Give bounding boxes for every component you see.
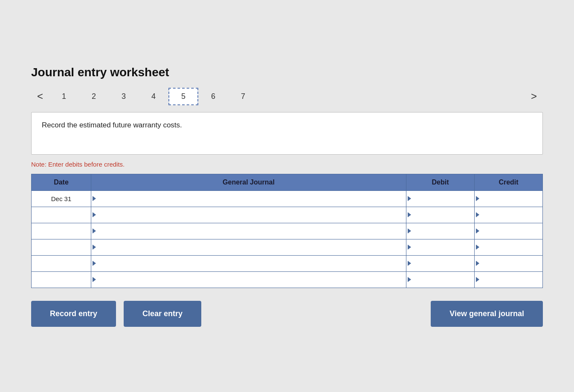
nav-item-1[interactable]: 1: [49, 88, 79, 105]
cell-indicator-journal-4: [93, 261, 96, 266]
nav-bar: < 1 2 3 4 5 6 7 >: [31, 88, 543, 105]
nav-item-7[interactable]: 7: [228, 88, 258, 105]
cell-indicator-debit-1: [408, 212, 411, 217]
cell-indicator-journal-3: [93, 245, 96, 250]
cell-indicator-credit-0: [476, 196, 479, 201]
buttons-row: Record entry Clear entry View general jo…: [31, 301, 543, 327]
cell-indicator-journal-0: [93, 196, 96, 201]
debit-cell-2[interactable]: [406, 223, 475, 239]
credit-cell-0[interactable]: [475, 190, 543, 207]
table-row: [32, 271, 543, 288]
journal-cell-2[interactable]: [91, 223, 406, 239]
cell-indicator-credit-4: [476, 261, 479, 266]
cell-indicator-credit-5: [476, 277, 479, 282]
col-header-credit: Credit: [475, 174, 543, 190]
record-entry-button[interactable]: Record entry: [31, 301, 116, 327]
date-cell-3[interactable]: [32, 239, 91, 255]
cell-indicator-journal-2: [93, 228, 96, 233]
nav-item-2[interactable]: 2: [79, 88, 109, 105]
cell-indicator-credit-2: [476, 228, 479, 233]
nav-items: 1 2 3 4 5 6 7: [49, 88, 525, 105]
note-text: Note: Enter debits before credits.: [31, 161, 543, 168]
nav-item-4[interactable]: 4: [139, 88, 168, 105]
cell-indicator-credit-1: [476, 212, 479, 217]
credit-cell-4[interactable]: [475, 255, 543, 271]
table-row: [32, 239, 543, 255]
cell-indicator-journal-5: [93, 277, 96, 282]
debit-cell-0[interactable]: [406, 190, 475, 207]
description-box: Record the estimated future warranty cos…: [31, 112, 543, 155]
cell-indicator-debit-5: [408, 277, 411, 282]
clear-entry-button[interactable]: Clear entry: [124, 301, 201, 327]
date-cell-5[interactable]: [32, 271, 91, 288]
date-cell-4[interactable]: [32, 255, 91, 271]
debit-cell-4[interactable]: [406, 255, 475, 271]
cell-indicator-journal-1: [93, 212, 96, 217]
view-general-journal-button[interactable]: View general journal: [431, 301, 543, 327]
journal-table: Date General Journal Debit Credit Dec 31: [31, 174, 543, 288]
col-header-journal: General Journal: [91, 174, 406, 190]
main-container: Journal entry worksheet < 1 2 3 4 5 6 7 …: [14, 53, 560, 340]
credit-cell-5[interactable]: [475, 271, 543, 288]
cell-indicator-debit-4: [408, 261, 411, 266]
journal-cell-3[interactable]: [91, 239, 406, 255]
credit-cell-3[interactable]: [475, 239, 543, 255]
table-row: [32, 207, 543, 223]
table-row: [32, 223, 543, 239]
journal-cell-0[interactable]: [91, 190, 406, 207]
date-cell-0[interactable]: Dec 31: [32, 190, 91, 207]
cell-indicator-debit-2: [408, 228, 411, 233]
journal-cell-5[interactable]: [91, 271, 406, 288]
debit-cell-1[interactable]: [406, 207, 475, 223]
debit-cell-3[interactable]: [406, 239, 475, 255]
nav-right-arrow[interactable]: >: [525, 88, 543, 105]
nav-item-6[interactable]: 6: [198, 88, 228, 105]
date-cell-2[interactable]: [32, 223, 91, 239]
journal-cell-1[interactable]: [91, 207, 406, 223]
table-row: Dec 31: [32, 190, 543, 207]
cell-indicator-credit-3: [476, 245, 479, 250]
date-cell-1[interactable]: [32, 207, 91, 223]
credit-cell-2[interactable]: [475, 223, 543, 239]
cell-indicator-debit-0: [408, 196, 411, 201]
description-text: Record the estimated future warranty cos…: [42, 121, 182, 129]
table-row: [32, 255, 543, 271]
col-header-debit: Debit: [406, 174, 475, 190]
cell-indicator-debit-3: [408, 245, 411, 250]
credit-cell-1[interactable]: [475, 207, 543, 223]
debit-cell-5[interactable]: [406, 271, 475, 288]
col-header-date: Date: [32, 174, 91, 190]
page-title: Journal entry worksheet: [31, 66, 543, 79]
journal-cell-4[interactable]: [91, 255, 406, 271]
nav-left-arrow[interactable]: <: [31, 88, 49, 105]
nav-item-3[interactable]: 3: [109, 88, 139, 105]
nav-item-5[interactable]: 5: [168, 88, 198, 105]
